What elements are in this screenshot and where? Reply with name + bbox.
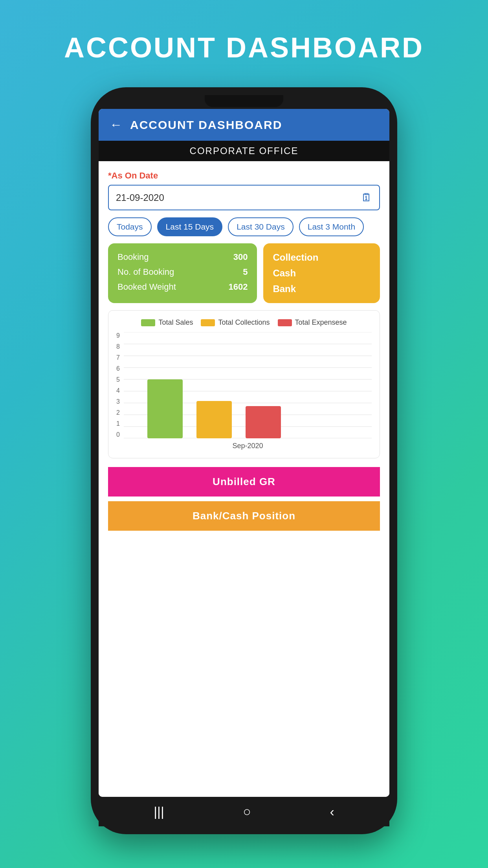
phone-notch — [205, 95, 283, 107]
app-screen: ← ACCOUNT DASHBOARD CORPORATE OFFICE *As… — [99, 109, 389, 797]
y-label-7: 7 — [116, 354, 120, 361]
booked-weight-value: 1602 — [228, 282, 248, 292]
collection-line-1: Collection — [273, 252, 371, 263]
page-title: ACCOUNT DASHBOARD — [64, 31, 424, 64]
bank-cash-button[interactable]: Bank/Cash Position — [108, 501, 380, 531]
bottom-buttons: Unbilled GR Bank/Cash Position — [108, 467, 380, 531]
as-on-date-label: *As On Date — [108, 171, 380, 181]
y-label-9: 9 — [116, 332, 120, 339]
y-label-1: 1 — [116, 420, 120, 427]
legend-color-expenses — [278, 319, 292, 326]
collection-line-2: Cash — [273, 268, 371, 279]
booking-value: 300 — [233, 252, 248, 262]
y-label-2: 2 — [116, 409, 120, 416]
legend-collections: Total Collections — [201, 318, 270, 327]
date-value: 21-09-2020 — [116, 192, 361, 203]
nav-menu-icon[interactable]: ||| — [154, 804, 164, 819]
nav-home-icon[interactable]: ○ — [243, 804, 251, 819]
chart-body: Sep-2020 — [124, 332, 372, 450]
phone-shell: ← ACCOUNT DASHBOARD CORPORATE OFFICE *As… — [91, 87, 397, 834]
collection-line-3: Bank — [273, 283, 371, 294]
filter-btn-3month[interactable]: Last 3 Month — [299, 217, 364, 236]
y-label-0: 0 — [116, 431, 120, 438]
filter-btn-15days[interactable]: Last 15 Days — [157, 217, 223, 236]
calendar-icon[interactable]: 🗓 — [361, 191, 372, 204]
legend-color-sales — [141, 319, 155, 326]
date-section: *As On Date 21-09-2020 🗓 — [108, 171, 380, 210]
collection-card: Collection Cash Bank — [263, 243, 380, 303]
num-booking-label: No. of Booking — [117, 267, 174, 277]
booking-row: Booking 300 — [117, 252, 248, 262]
nav-back-icon[interactable]: ‹ — [330, 804, 334, 819]
x-axis-label: Sep-2020 — [124, 440, 372, 450]
booked-weight-row: Booked Weight 1602 — [117, 282, 248, 292]
filter-buttons: Todays Last 15 Days Last 30 Days Last 3 … — [108, 217, 380, 236]
y-label-3: 3 — [116, 398, 120, 405]
num-booking-value: 5 — [243, 267, 248, 277]
booked-weight-label: Booked Weight — [117, 282, 176, 292]
phone-bottom-nav: ||| ○ ‹ — [99, 797, 389, 826]
legend-expenses: Total Expensese — [278, 318, 347, 327]
header-title: ACCOUNT DASHBOARD — [130, 118, 282, 132]
y-label-5: 5 — [116, 376, 120, 383]
sub-header: CORPORATE OFFICE — [99, 141, 389, 161]
stats-row: Booking 300 No. of Booking 5 Booked Weig… — [108, 243, 380, 303]
y-label-6: 6 — [116, 365, 120, 372]
legend-color-collections — [201, 319, 215, 326]
legend-label-expenses: Total Expensese — [295, 318, 347, 327]
filter-btn-30days[interactable]: Last 30 Days — [228, 217, 294, 236]
chart-legend: Total Sales Total Collections Total Expe… — [116, 318, 372, 327]
chart-area: 0 1 2 3 4 5 6 7 8 9 — [116, 332, 372, 450]
header-bar: ← ACCOUNT DASHBOARD — [99, 109, 389, 141]
booking-card: Booking 300 No. of Booking 5 Booked Weig… — [108, 243, 257, 303]
y-label-4: 4 — [116, 387, 120, 394]
bar-expenses — [246, 406, 281, 438]
chart-grid-svg — [124, 332, 372, 438]
y-label-8: 8 — [116, 343, 120, 350]
bar-sales — [147, 379, 183, 438]
legend-label-sales: Total Sales — [158, 318, 193, 327]
y-axis: 0 1 2 3 4 5 6 7 8 9 — [116, 332, 124, 450]
back-button[interactable]: ← — [110, 118, 122, 132]
content-area: *As On Date 21-09-2020 🗓 Todays Last 15 … — [99, 161, 389, 797]
chart-section: Total Sales Total Collections Total Expe… — [108, 310, 380, 458]
num-booking-row: No. of Booking 5 — [117, 267, 248, 277]
legend-label-collections: Total Collections — [218, 318, 270, 327]
bar-collections — [196, 401, 232, 438]
filter-btn-todays[interactable]: Todays — [108, 217, 152, 236]
legend-sales: Total Sales — [141, 318, 193, 327]
date-input-wrapper[interactable]: 21-09-2020 🗓 — [108, 185, 380, 210]
booking-label: Booking — [117, 252, 149, 262]
unbilled-gr-button[interactable]: Unbilled GR — [108, 467, 380, 497]
